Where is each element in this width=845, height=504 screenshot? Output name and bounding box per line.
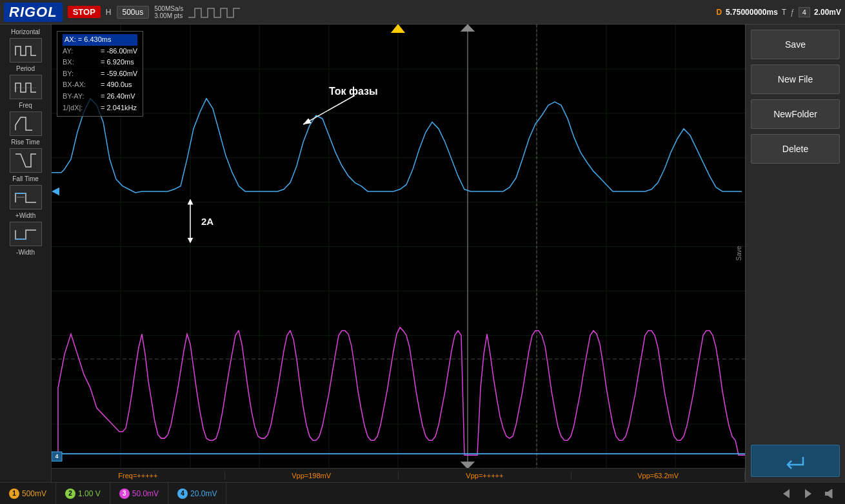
ch1-value: 500mV	[22, 489, 46, 498]
svg-marker-39	[805, 489, 811, 498]
svg-marker-38	[783, 489, 790, 498]
new-folder-button[interactable]: NewFolder	[751, 99, 840, 129]
sidebar-item-period[interactable]	[10, 38, 42, 63]
sample-rate: 500MSa/s	[154, 5, 183, 12]
freq-value: = 2.041kHz	[101, 102, 137, 114]
t-label: T	[782, 8, 786, 17]
width-pos-label: +Width	[15, 212, 35, 219]
main-layout: Horizontal Period Freq Rise Time	[0, 24, 845, 482]
by-label: BY:	[63, 68, 98, 80]
freq-row: 1/|dX|: = 2.041kHz	[63, 102, 137, 114]
nav-left-icon[interactable]	[779, 487, 793, 501]
svg-text:4: 4	[55, 453, 59, 460]
osc-status-bar: Freq=+++++ Vpp=198mV Vpp=+++++ Vpp=63.2m…	[52, 468, 745, 482]
sidebar-item-fall-time[interactable]	[10, 148, 42, 173]
ay-value: = -86.00mV	[101, 46, 137, 57]
ch2-number: 2	[65, 489, 75, 499]
ch4-number: 4	[177, 489, 188, 499]
nav-icons	[771, 487, 845, 501]
measurement-box: AX: = 6.430ms AY: = -86.00mV BX: = 6.920…	[57, 31, 143, 117]
right-panel: Save New File NewFolder Delete	[745, 24, 845, 482]
ch4-value: 20.0mV	[190, 489, 217, 498]
freq-icon: ƒ	[790, 8, 795, 17]
by-row: BY: = -59.60mV	[63, 68, 137, 80]
ch3-tab[interactable]: 3 50.0mV	[110, 483, 168, 504]
h-value[interactable]: 500us	[117, 6, 150, 19]
sample-pts: 3.00M pts	[154, 12, 183, 19]
left-sidebar: Horizontal Period Freq Rise Time	[0, 24, 52, 482]
bxax-row: BX-AX: = 490.0us	[63, 79, 137, 91]
sidebar-item-width-neg[interactable]	[10, 222, 42, 246]
d-label: D	[716, 8, 722, 17]
svg-rect-40	[825, 492, 828, 496]
status-seg-4: Vpp=63.2mV	[572, 472, 745, 480]
bxax-label: BX-AX:	[63, 79, 98, 91]
period-label: Period	[16, 65, 35, 72]
byay-row: BY-AY: = 26.40mV	[63, 91, 137, 102]
speaker-icon[interactable]	[823, 487, 837, 501]
ay-label: AY:	[63, 46, 98, 57]
h-label: H	[106, 8, 112, 17]
ch2-tab[interactable]: 2 1.00 V	[56, 483, 110, 504]
rise-time-label: Rise Time	[11, 139, 39, 146]
rigol-logo: RIGOL	[4, 3, 63, 22]
ax-value: = 6.430ms	[78, 35, 112, 43]
width-neg-label: -Width	[16, 249, 35, 256]
ch4-badge: 4	[799, 7, 810, 17]
byay-label: BY-AY:	[63, 91, 98, 102]
scale-arrow-2a	[181, 199, 200, 244]
nav-right-icon[interactable]	[801, 487, 815, 501]
ch1-number: 1	[9, 489, 19, 499]
annotation-arrow	[264, 89, 368, 141]
bx-row: BX: = 6.920ms	[63, 57, 137, 68]
top-bar: RIGOL STOP H 500us 500MSa/s 3.00M pts D …	[0, 0, 845, 24]
ch4-tab[interactable]: 4 20.0mV	[168, 483, 226, 504]
freq-label: 1/|dX|:	[63, 102, 98, 114]
d-value: 5.75000000ms	[726, 8, 778, 17]
ax-row: AX: = 6.430ms	[63, 34, 137, 46]
ch3-value: 50.0mV	[132, 489, 159, 498]
status-seg-2: Vpp=198mV	[225, 472, 399, 480]
waveform-icon	[188, 6, 240, 19]
oscilloscope-grid: 4	[52, 24, 745, 482]
freq-label: Freq	[19, 102, 32, 109]
scale-value-2a: 2A	[201, 216, 214, 227]
save-button[interactable]: Save	[751, 30, 840, 59]
svg-line-34	[303, 95, 355, 124]
ch3-number: 3	[119, 489, 130, 499]
sidebar-item-freq[interactable]	[10, 75, 42, 99]
bottom-bar: 1 500mV 2 1.00 V 3 50.0mV 4 20.0mV	[0, 482, 845, 504]
new-file-button[interactable]: New File	[751, 64, 840, 94]
trigger-value: 2.00mV	[814, 8, 841, 17]
scale-label-2a: 2A	[181, 199, 214, 244]
bx-label: BX:	[63, 57, 98, 68]
status-seg-1: Freq=+++++	[52, 472, 225, 480]
ch2-value: 1.00 V	[78, 489, 101, 498]
bx-value: = 6.920ms	[101, 57, 134, 68]
ch1-tab[interactable]: 1 500mV	[0, 483, 56, 504]
delete-button[interactable]: Delete	[751, 134, 840, 164]
enter-button[interactable]	[751, 445, 840, 477]
status-seg-3: Vpp=+++++	[399, 472, 572, 480]
status-badge: STOP	[68, 6, 101, 18]
save-side-label: Save	[735, 246, 742, 261]
ax-label: AX:	[65, 35, 76, 43]
sidebar-label-horizontal: Horizontal	[11, 28, 40, 35]
enter-icon	[784, 452, 807, 470]
byay-value: = 26.40mV	[101, 91, 135, 102]
ay-row: AY: = -86.00mV	[63, 46, 137, 57]
by-value: = -59.60mV	[101, 68, 137, 80]
sidebar-item-width-pos[interactable]	[10, 185, 42, 209]
fall-time-label: Fall Time	[12, 175, 39, 182]
sidebar-item-rise-time[interactable]	[10, 111, 42, 136]
oscilloscope-screen: 4 AX: = 6.430ms AY: = -86.00mV BX: = 6.9…	[52, 24, 745, 482]
bxax-value: = 490.0us	[101, 79, 132, 91]
